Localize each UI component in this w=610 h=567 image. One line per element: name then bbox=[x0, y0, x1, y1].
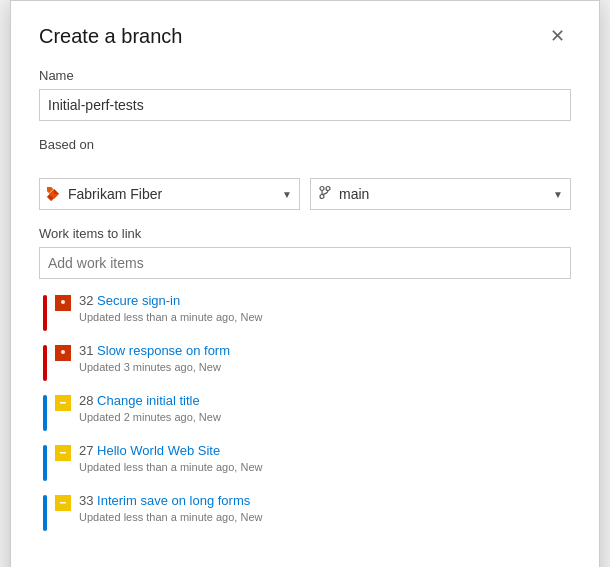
based-on-row: Fabrikam Fiber ▼ main ▼ bbox=[39, 178, 571, 210]
work-item: 28 Change initial title Updated 2 minute… bbox=[39, 387, 571, 437]
work-item-list: 32 Secure sign-in Updated less than a mi… bbox=[39, 287, 571, 537]
priority-bar bbox=[43, 445, 47, 481]
create-branch-dialog: Create a branch ✕ Name Based on Fabrikam… bbox=[10, 0, 600, 567]
name-label: Name bbox=[39, 68, 571, 83]
work-item: 31 Slow response on form Updated 3 minut… bbox=[39, 337, 571, 387]
work-item-info: 31 Slow response on form Updated 3 minut… bbox=[79, 343, 567, 373]
work-item-title[interactable]: 27 Hello World Web Site bbox=[79, 443, 567, 460]
branch-select-wrapper: main ▼ bbox=[310, 178, 571, 210]
dialog-footer: Create branch Cancel bbox=[39, 557, 571, 567]
work-item-type-icon bbox=[55, 395, 71, 411]
based-on-label: Based on bbox=[39, 137, 571, 152]
work-item-info: 33 Interim save on long forms Updated le… bbox=[79, 493, 567, 523]
work-item-subtitle: Updated less than a minute ago, New bbox=[79, 511, 567, 523]
work-item-type-icon bbox=[55, 445, 71, 461]
dialog-title: Create a branch bbox=[39, 25, 182, 48]
work-item-title[interactable]: 32 Secure sign-in bbox=[79, 293, 567, 310]
work-item-info: 28 Change initial title Updated 2 minute… bbox=[79, 393, 567, 423]
repo-select[interactable]: Fabrikam Fiber bbox=[39, 178, 300, 210]
priority-bar bbox=[43, 495, 47, 531]
work-item-type-icon bbox=[55, 295, 71, 311]
work-item-subtitle: Updated 2 minutes ago, New bbox=[79, 411, 567, 423]
priority-bar bbox=[43, 345, 47, 381]
work-item-title[interactable]: 28 Change initial title bbox=[79, 393, 567, 410]
dialog-header: Create a branch ✕ bbox=[39, 25, 571, 48]
work-item-type-icon bbox=[55, 495, 71, 511]
work-items-label: Work items to link bbox=[39, 226, 571, 241]
add-work-items-input[interactable] bbox=[39, 247, 571, 279]
svg-rect-16 bbox=[60, 452, 66, 454]
work-item-subtitle: Updated less than a minute ago, New bbox=[79, 461, 567, 473]
close-button[interactable]: ✕ bbox=[544, 25, 571, 47]
work-item: 27 Hello World Web Site Updated less tha… bbox=[39, 437, 571, 487]
work-item-info: 32 Secure sign-in Updated less than a mi… bbox=[79, 293, 567, 323]
svg-rect-14 bbox=[60, 402, 66, 404]
work-item: 32 Secure sign-in Updated less than a mi… bbox=[39, 287, 571, 337]
priority-bar bbox=[43, 395, 47, 431]
svg-rect-18 bbox=[60, 502, 66, 504]
priority-bar bbox=[43, 295, 47, 331]
svg-point-10 bbox=[61, 300, 65, 304]
repo-select-wrapper: Fabrikam Fiber ▼ bbox=[39, 178, 300, 210]
branch-select[interactable]: main bbox=[310, 178, 571, 210]
work-item-subtitle: Updated 3 minutes ago, New bbox=[79, 361, 567, 373]
work-item-type-icon bbox=[55, 345, 71, 361]
work-item-title[interactable]: 33 Interim save on long forms bbox=[79, 493, 567, 510]
work-item: 33 Interim save on long forms Updated le… bbox=[39, 487, 571, 537]
work-item-subtitle: Updated less than a minute ago, New bbox=[79, 311, 567, 323]
name-input[interactable] bbox=[39, 89, 571, 121]
work-item-title[interactable]: 31 Slow response on form bbox=[79, 343, 567, 360]
svg-point-12 bbox=[61, 350, 65, 354]
work-item-info: 27 Hello World Web Site Updated less tha… bbox=[79, 443, 567, 473]
